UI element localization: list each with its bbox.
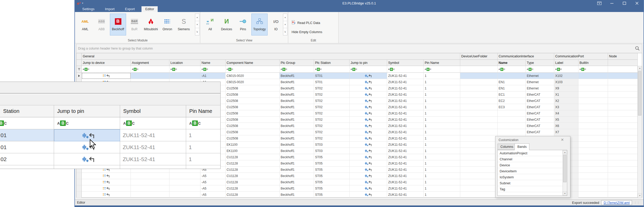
column-header-assignment[interactable]: Assignment bbox=[131, 60, 169, 66]
cell-node[interactable] bbox=[608, 185, 638, 192]
cell-jump_device[interactable] bbox=[82, 192, 131, 198]
export-file-link[interactable]: D:\Temp\ZIW.aml bbox=[604, 201, 630, 205]
tab-settings[interactable]: Settings bbox=[79, 6, 98, 12]
cell-node[interactable] bbox=[608, 135, 638, 142]
filter-funnel-icon[interactable] bbox=[76, 66, 82, 73]
symbol-cell[interactable]: ABC bbox=[120, 117, 186, 129]
cell-node[interactable] bbox=[608, 73, 638, 79]
cell-symbol[interactable]: ZUK11-52-41 bbox=[387, 73, 424, 79]
cell-jump_pin[interactable] bbox=[350, 73, 387, 79]
cell-node[interactable] bbox=[608, 104, 638, 110]
column-header-node[interactable] bbox=[608, 60, 638, 66]
list-item-subnet[interactable]: Subnet bbox=[498, 180, 563, 186]
cell-plc_station[interactable]: ST02 bbox=[314, 117, 350, 123]
cell-cp_builtin[interactable] bbox=[578, 160, 608, 167]
cell-plc_station[interactable]: ST05 bbox=[314, 192, 350, 198]
cell-duf[interactable] bbox=[460, 73, 498, 79]
symbol-cell[interactable]: ZUK11-52-41 bbox=[120, 165, 186, 169]
cell-pin_name[interactable]: 1 bbox=[424, 135, 460, 142]
cell-node[interactable] bbox=[608, 173, 638, 179]
cell-node[interactable] bbox=[608, 85, 638, 92]
band-communicationport[interactable]: CommunicationPort bbox=[554, 53, 608, 60]
pin-name-cell[interactable]: 1 bbox=[186, 153, 221, 165]
cell-component[interactable]: CU2508 bbox=[226, 110, 280, 117]
cell-cp_builtin[interactable] bbox=[578, 110, 608, 117]
hide-empty-columns-button[interactable]: Hide Empty Columns bbox=[292, 30, 322, 34]
cell-ci_type[interactable]: EtherCAT bbox=[526, 110, 554, 117]
cell-jump_pin[interactable] bbox=[350, 135, 387, 142]
filter-cell-ci_type[interactable]: ABC bbox=[526, 66, 554, 73]
cell-symbol[interactable]: ZUK11-52-41 bbox=[387, 160, 424, 167]
cell-component[interactable]: CU2508 bbox=[226, 129, 280, 135]
cell-component[interactable]: C6015-0020 bbox=[226, 79, 280, 85]
button-aml[interactable]: AMLAML bbox=[77, 14, 93, 35]
cell-node[interactable] bbox=[608, 192, 638, 198]
cell-duf[interactable] bbox=[460, 85, 498, 92]
cell-node[interactable] bbox=[608, 179, 638, 185]
tab-columns[interactable]: Columns bbox=[498, 144, 516, 150]
cell-plc_group[interactable]: Beckhoff1 bbox=[280, 98, 314, 104]
cell-plc_group[interactable]: Beckhoff1 bbox=[280, 173, 314, 179]
station-cell[interactable]: ABC bbox=[0, 117, 54, 129]
cell-plc_group[interactable]: Beckhoff1 bbox=[280, 129, 314, 135]
filter-cell-name[interactable]: ABC bbox=[200, 66, 226, 73]
cell-jump_pin[interactable] bbox=[350, 117, 387, 123]
jump-to-pin-cell[interactable] bbox=[54, 129, 120, 141]
cell-jump_device[interactable] bbox=[82, 185, 131, 192]
column-header-ci_type[interactable]: Type bbox=[526, 60, 554, 66]
cell-pin_name[interactable]: 1 bbox=[424, 117, 460, 123]
cell-duf[interactable] bbox=[460, 79, 498, 85]
cell-component[interactable]: CU1128 bbox=[226, 185, 280, 192]
cell-ci_type[interactable]: Ethernet bbox=[526, 85, 554, 92]
symbol-cell[interactable]: ZUK11-52-41 bbox=[120, 141, 186, 153]
cell-component[interactable]: CU1128 bbox=[226, 154, 280, 160]
cell-component[interactable]: EK1100 bbox=[226, 142, 280, 148]
cell-ci_name[interactable] bbox=[498, 129, 526, 135]
filter-cell-duf[interactable] bbox=[460, 66, 498, 73]
view-gallery-scroll[interactable]: ▲▼─▼ bbox=[283, 14, 287, 35]
cell-component[interactable]: CU2508 bbox=[226, 98, 280, 104]
cell-node[interactable] bbox=[608, 110, 638, 117]
list-item-tag[interactable]: Tag bbox=[498, 186, 563, 192]
cell-plc_group[interactable]: Beckhoff1 bbox=[280, 179, 314, 185]
tab-export[interactable]: Export bbox=[121, 6, 139, 12]
cell-ci_name[interactable]: EC2 bbox=[498, 98, 526, 104]
cell-ci_type[interactable]: EtherCAT bbox=[526, 123, 554, 129]
cell-plc_station[interactable]: ST03 bbox=[314, 142, 350, 148]
close-icon[interactable] bbox=[633, 1, 641, 6]
cell-plc_station[interactable]: ST05 bbox=[314, 160, 350, 167]
pin-name-cell[interactable]: 1 bbox=[186, 141, 221, 153]
button-omron[interactable]: Omron bbox=[159, 14, 175, 35]
resize-grip[interactable]: ⋮⋮ bbox=[634, 201, 640, 204]
cell-cp_builtin[interactable] bbox=[578, 92, 608, 98]
cell-cp_builtin[interactable] bbox=[578, 135, 608, 142]
cell-cp_builtin[interactable] bbox=[578, 117, 608, 123]
list-item-automationproject[interactable]: AutomationProject bbox=[498, 150, 563, 156]
cell-pin_name[interactable]: 1 bbox=[424, 160, 460, 167]
cell-cp_builtin[interactable] bbox=[578, 185, 608, 192]
cell-ci_type[interactable]: EtherCAT bbox=[526, 117, 554, 123]
cell-symbol[interactable]: ZUK11-52-41 bbox=[387, 135, 424, 142]
cell-cp_builtin[interactable] bbox=[578, 79, 608, 85]
cell-jump_pin[interactable] bbox=[350, 79, 387, 85]
button-bur[interactable]: B&RBuR bbox=[126, 14, 143, 35]
cell-node[interactable] bbox=[608, 142, 638, 148]
column-header-pin_name[interactable]: Pin Name bbox=[424, 60, 460, 66]
cell-name[interactable]: -A1 bbox=[200, 73, 226, 79]
cell-plc_station[interactable]: ST02 bbox=[314, 129, 350, 135]
cell-symbol[interactable]: ZUK11-52-41 bbox=[387, 104, 424, 110]
cell-plc_station[interactable]: ST01 bbox=[314, 73, 350, 79]
cell-symbol[interactable]: ZUK11-52-41 bbox=[387, 110, 424, 117]
pin-name-cell[interactable]: 1 bbox=[186, 129, 221, 141]
column-header-plc_station[interactable]: Plc Station bbox=[314, 60, 350, 66]
cell-ci_name[interactable] bbox=[498, 110, 526, 117]
cell-component[interactable]: CU2508 bbox=[226, 92, 280, 98]
cell-symbol[interactable]: ZUK11-52-41 bbox=[387, 148, 424, 154]
cell-pin_name[interactable]: 1 bbox=[424, 129, 460, 135]
cell-cp_builtin[interactable] bbox=[578, 123, 608, 129]
list-item-device[interactable]: Device bbox=[498, 162, 563, 168]
cell-plc_station[interactable]: ST02 bbox=[314, 85, 350, 92]
button-topology[interactable]: Topology bbox=[251, 14, 268, 35]
cell-plc_station[interactable]: ST05 bbox=[314, 167, 350, 173]
cell-plc_group[interactable]: Beckhoff1 bbox=[280, 160, 314, 167]
